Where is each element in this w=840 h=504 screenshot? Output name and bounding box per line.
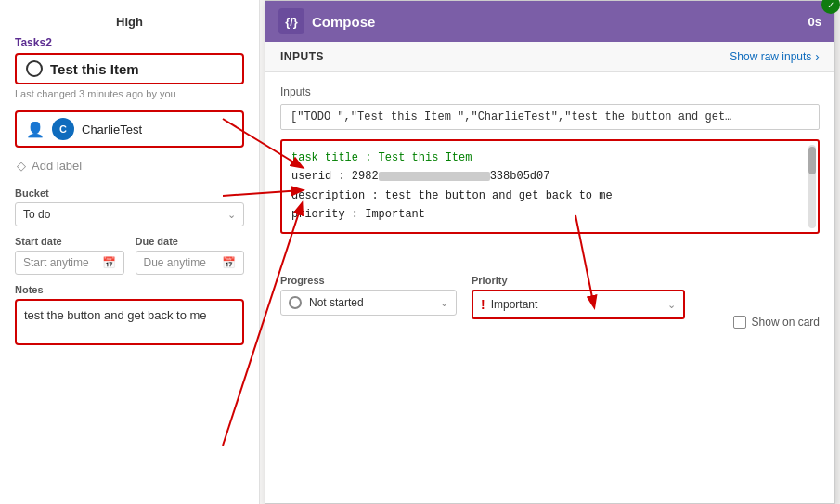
add-label-text: Add label (32, 159, 82, 173)
start-date-input[interactable]: Start anytime 📅 (15, 251, 124, 275)
bucket-row: Bucket To do ⌄ (15, 187, 244, 226)
high-label: High (15, 15, 244, 29)
notes-input[interactable]: test the button and get back to me (15, 299, 244, 345)
progress-label: Progress (280, 275, 457, 286)
priority-exclaim-icon: ! (481, 297, 485, 312)
task-title: Test this Item (50, 61, 139, 77)
due-calendar-icon: 📅 (222, 256, 236, 269)
start-calendar-icon: 📅 (102, 256, 116, 269)
priority-input[interactable]: ! Important ⌄ (472, 290, 685, 319)
json-preview-text: ["TODO ","Test this Item ","CharlieTest"… (291, 110, 731, 123)
due-date-value: Due anytime (144, 256, 206, 269)
show-on-card-group: Show on card (733, 308, 820, 329)
inputs-bar: INPUTS Show raw inputs › (265, 42, 834, 72)
detail-box: task title : Test this Item userid : 298… (280, 139, 820, 234)
show-on-card-label: Show on card (752, 316, 820, 329)
progress-group: Progress Not started ⌄ (280, 275, 457, 316)
tasks2-label: Tasks2 (15, 36, 244, 49)
detail-scrollbar[interactable] (808, 145, 816, 228)
progress-chevron-icon: ⌄ (440, 297, 448, 309)
inputs-label: INPUTS (280, 50, 324, 63)
success-check-icon: ✓ (821, 0, 840, 14)
json-preview: ["TODO ","Test this Item ","CharlieTest"… (280, 104, 820, 130)
scrollbar-thumb[interactable] (808, 147, 816, 174)
notes-section: Notes test the button and get back to me (15, 284, 244, 345)
blurred-userid (379, 172, 490, 181)
priority-value: Important (491, 298, 538, 311)
compose-timer: 0s (808, 15, 821, 29)
start-date-label: Start date (15, 236, 124, 247)
detail-line3: description : test the button and get ba… (291, 187, 808, 205)
add-label-row[interactable]: ◇ Add label (15, 159, 244, 173)
task-title-box: Test this Item (15, 53, 244, 84)
priority-label: Priority (472, 275, 685, 286)
assigned-box: 👤 C CharlieTest (15, 110, 244, 148)
priority-group: Priority ! Important ⌄ (472, 275, 685, 319)
detail-line1: task title : Test this Item (291, 149, 808, 167)
bucket-group: Bucket To do ⌄ (15, 187, 244, 226)
compose-body: Inputs ["TODO ","Test this Item ","Charl… (265, 72, 834, 247)
compose-curly-icon: {/} (278, 8, 304, 34)
bottom-fields-row: Progress Not started ⌄ Priority ! Import… (265, 262, 834, 503)
compose-header: {/} Compose 0s ✓ (265, 1, 834, 42)
progress-input[interactable]: Not started ⌄ (280, 290, 457, 316)
show-on-card-row: Show on card (733, 316, 820, 329)
inputs-sublabel: Inputs (280, 85, 820, 98)
tag-icon: ◇ (17, 159, 26, 173)
due-date-group: Due date Due anytime 📅 (136, 236, 245, 275)
avatar: C (52, 118, 74, 140)
task-completion-circle[interactable] (26, 60, 43, 77)
assign-icon: 👤 (26, 121, 45, 138)
show-on-card-checkbox[interactable] (733, 316, 746, 329)
bucket-input[interactable]: To do ⌄ (15, 202, 244, 226)
compose-title: Compose (312, 14, 808, 30)
show-raw-chevron-icon: › (815, 49, 820, 64)
notes-value: test the button and get back to me (24, 308, 207, 322)
bucket-label: Bucket (15, 187, 244, 199)
progress-value: Not started (309, 296, 364, 309)
show-raw-text: Show raw inputs (730, 50, 811, 63)
last-changed-text: Last changed 3 minutes ago by you (15, 88, 244, 99)
due-date-input[interactable]: Due anytime 📅 (136, 251, 245, 275)
compose-panel: {/} Compose 0s ✓ INPUTS Show raw inputs … (265, 0, 835, 504)
priority-value-container: ! Important (481, 297, 537, 312)
date-row: Start date Start anytime 📅 Due date Due … (15, 236, 244, 275)
bucket-chevron: ⌄ (227, 209, 236, 221)
progress-circle-icon (289, 296, 302, 309)
detail-line4: priority : Important (291, 205, 808, 224)
start-date-value: Start anytime (23, 256, 89, 269)
due-date-label: Due date (136, 236, 245, 247)
bucket-value: To do (23, 208, 50, 221)
assignee-name: CharlieTest (82, 123, 142, 136)
priority-chevron-icon: ⌄ (667, 299, 676, 311)
notes-label: Notes (15, 284, 244, 295)
detail-line2: userid : 2982 338b05d07 (291, 167, 808, 186)
left-task-panel: High Tasks2 Test this Item Last changed … (0, 0, 260, 504)
start-date-group: Start date Start anytime 📅 (15, 236, 124, 275)
show-raw-inputs[interactable]: Show raw inputs › (730, 49, 820, 64)
